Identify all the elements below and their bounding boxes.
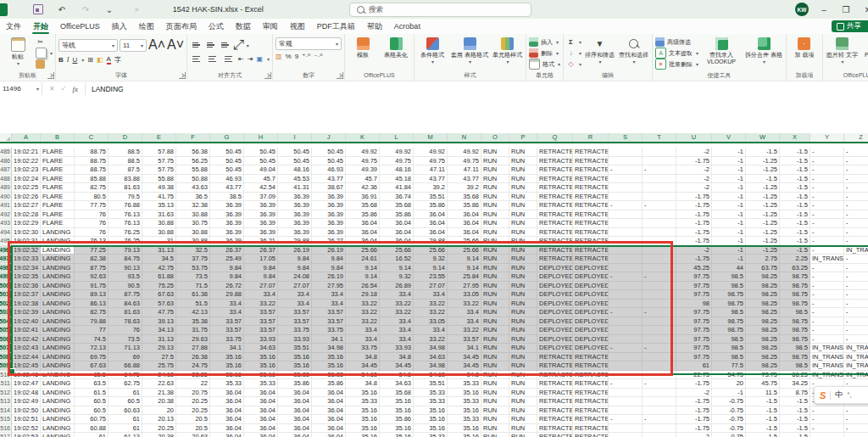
grid-cell[interactable]: 27.07 <box>414 282 448 291</box>
phonetic-guide-button[interactable]: 字 <box>114 55 121 64</box>
grid-cell[interactable]: 73.5 <box>176 272 210 282</box>
grid-cell[interactable]: 33.57 <box>278 317 312 327</box>
grid-cell[interactable]: 45.53 <box>278 175 312 184</box>
grid-cell[interactable]: -1 <box>712 228 746 238</box>
grid-cell[interactable]: 26.19 <box>278 246 312 255</box>
grid-cell[interactable]: 36.39 <box>210 219 244 228</box>
grid-cell[interactable]: 19:02:45 <box>12 361 41 371</box>
grid-cell[interactable]: 43.63 <box>176 183 210 193</box>
grid-cell[interactable]: RETRACTE <box>573 165 609 175</box>
grid-cell[interactable]: 19:02:22 <box>12 157 41 166</box>
grid-cell[interactable]: 9.84 <box>210 272 244 282</box>
grid-cell[interactable]: IN_TRANS <box>844 344 868 353</box>
grid-cell[interactable]: 19:02:24 <box>12 175 41 184</box>
ribbon-button-find[interactable]: 查找和选择▾ <box>618 36 649 66</box>
bold-button[interactable]: B <box>58 56 64 64</box>
grid-cell[interactable]: - <box>844 326 868 335</box>
grid-cell[interactable]: 21.38 <box>142 389 176 398</box>
grid-cell[interactable]: 33.75 <box>312 326 346 335</box>
ribbon-tab-acrobat[interactable]: Acrobat <box>388 19 426 34</box>
grid-cell[interactable]: 33.22 <box>448 300 481 309</box>
grid-cell[interactable]: 34.63 <box>414 353 448 362</box>
grid-cell[interactable]: RUN <box>481 201 509 210</box>
grid-cell[interactable]: 97.75 <box>676 282 712 291</box>
grid-cell[interactable]: 34.45 <box>380 361 414 371</box>
grid-cell[interactable]: RETRACTE <box>573 175 609 184</box>
grid-cell[interactable]: 42.54 <box>244 183 278 193</box>
grid-cell[interactable]: FLARE <box>41 183 75 193</box>
grid-cell[interactable]: 50.45 <box>244 148 278 157</box>
grid-cell[interactable]: RUN <box>481 344 509 353</box>
grid-cell[interactable]: 39.2 <box>414 183 448 193</box>
grid-cell[interactable] <box>643 148 676 157</box>
grid-cell[interactable]: 36.21 <box>244 237 278 246</box>
grid-cell[interactable]: 77.5 <box>712 361 746 371</box>
grid-cell[interactable]: RETRACTE <box>573 361 609 371</box>
close-button[interactable]: ✕ <box>858 0 868 19</box>
dialog-launcher-icon[interactable] <box>179 72 186 79</box>
grid-cell[interactable]: LANDING <box>41 317 75 327</box>
grid-cell[interactable]: 19:02:43 <box>12 344 41 353</box>
grid-cell[interactable]: 20 <box>142 406 176 416</box>
column-header-O[interactable]: O <box>481 133 509 142</box>
grid-cell[interactable]: - <box>810 264 844 273</box>
grid-cell[interactable]: RETRACTE <box>573 201 609 210</box>
grid-cell[interactable]: 98.5 <box>712 353 746 362</box>
grid-cell[interactable]: 84.63 <box>108 300 142 309</box>
grid-cell[interactable]: 33.4 <box>210 300 244 309</box>
grid-cell[interactable]: DEPLOYED <box>537 335 573 345</box>
dialog-launcher-icon[interactable] <box>264 72 271 79</box>
grid-cell[interactable]: LANDING <box>41 389 75 398</box>
grid-cell[interactable]: DEPLOYED <box>573 326 609 335</box>
grid-cell[interactable]: 35.16 <box>346 415 380 424</box>
grid-cell[interactable]: 35.16 <box>380 433 414 437</box>
grid-cell[interactable]: IN_TRANS <box>844 246 868 255</box>
minimize-button[interactable]: – <box>814 0 834 19</box>
grid-cell[interactable]: -2 <box>676 433 712 437</box>
grid-cell[interactable]: 19:02:25 <box>12 183 41 193</box>
grid-cell[interactable]: 82.75 <box>75 183 108 193</box>
grid-cell[interactable]: 36.04 <box>278 389 312 398</box>
grid-cell[interactable]: 33.4 <box>448 317 481 327</box>
grid-cell[interactable]: RUN <box>509 335 537 345</box>
row-header[interactable]: 11500 <box>0 282 12 291</box>
grid-cell[interactable]: 31.13 <box>142 246 176 255</box>
grid-cell[interactable] <box>643 326 676 335</box>
grid-cell[interactable]: 75.25 <box>142 282 176 291</box>
grid-cell[interactable]: 90.13 <box>108 264 142 273</box>
grid-cell[interactable]: 9.14 <box>346 264 380 273</box>
grid-cell[interactable]: 76 <box>108 326 142 335</box>
row-header[interactable]: 11508 <box>0 353 12 362</box>
grid-cell[interactable]: 27.07 <box>278 282 312 291</box>
grid-cell[interactable]: 36.04 <box>346 237 380 246</box>
grid-cell[interactable]: 35.68 <box>346 201 380 210</box>
grid-cell[interactable] <box>643 193 676 202</box>
grid-cell[interactable]: 19:02:28 <box>12 210 41 220</box>
grid-cell[interactable]: LANDING <box>41 361 75 371</box>
grid-cell[interactable]: RUN <box>509 237 537 246</box>
grid-cell[interactable] <box>609 290 643 300</box>
grid-cell[interactable]: 61 <box>75 433 108 437</box>
grid-cell[interactable]: 20.5 <box>176 415 210 424</box>
grid-cell[interactable]: - <box>844 335 868 345</box>
grid-cell[interactable]: 35.16 <box>414 424 448 434</box>
grid-cell[interactable]: 35.68 <box>448 193 481 202</box>
grid-cell[interactable] <box>609 219 643 228</box>
ribbon-mini-button-advfilter[interactable]: 高级筛选 <box>655 37 698 47</box>
column-header-T[interactable]: T <box>643 133 676 142</box>
grid-cell[interactable]: 35.16 <box>346 424 380 434</box>
grid-cell[interactable]: LANDING <box>41 353 75 362</box>
grid-cell[interactable]: 61 <box>108 389 142 398</box>
grid-cell[interactable]: 33.4 <box>210 308 244 317</box>
grid-cell[interactable]: 50.45 <box>210 165 244 175</box>
grid-cell[interactable]: -1.25 <box>746 183 780 193</box>
grid-cell[interactable]: 36.04 <box>210 424 244 434</box>
grid-cell[interactable]: RETRACTE <box>537 361 573 371</box>
grid-cell[interactable]: -1.75 <box>676 406 712 416</box>
grid-cell[interactable]: 36.04 <box>210 389 244 398</box>
grid-cell[interactable]: 36.04 <box>278 397 312 406</box>
row-header[interactable]: 11486 <box>0 157 12 166</box>
grid-cell[interactable]: - <box>810 300 844 309</box>
ribbon-mini-button-sigma[interactable]: Σ▾ <box>566 37 581 47</box>
grid-cell[interactable]: 36.04 <box>448 210 481 220</box>
